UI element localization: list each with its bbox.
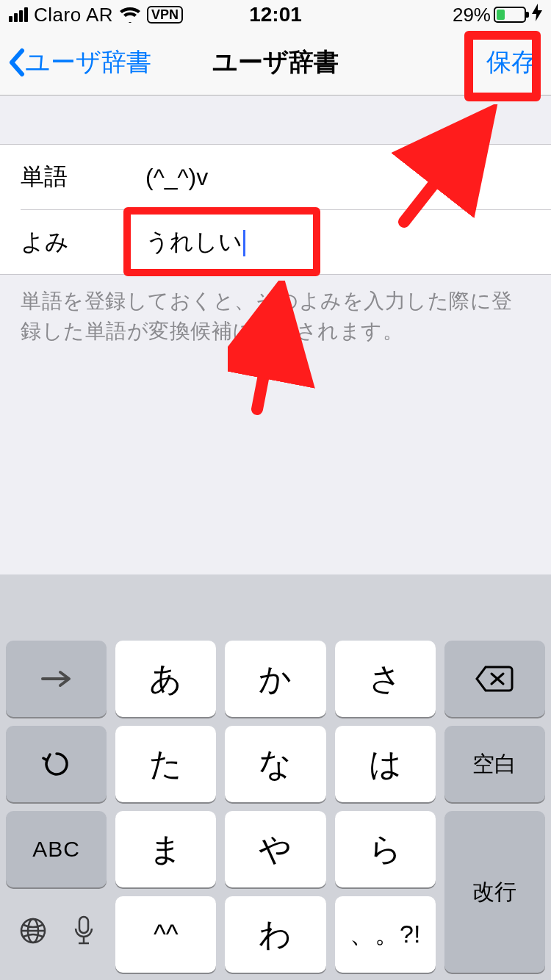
key-sa[interactable]: さ bbox=[335, 641, 436, 717]
status-left: Claro AR VPN bbox=[9, 4, 183, 26]
key-ka[interactable]: か bbox=[225, 641, 325, 717]
key-globe-mic[interactable] bbox=[6, 896, 107, 973]
status-right: 29% bbox=[453, 4, 542, 26]
svg-rect-8 bbox=[79, 917, 88, 933]
key-ra[interactable]: ら bbox=[335, 811, 436, 887]
save-button[interactable]: 保存 bbox=[479, 43, 544, 82]
key-ma[interactable]: ま bbox=[115, 811, 216, 887]
nav-bar: ユーザ辞書 ユーザ辞書 保存 bbox=[0, 29, 551, 96]
battery-icon bbox=[494, 7, 526, 23]
battery-percent: 29% bbox=[453, 4, 491, 26]
key-wa[interactable]: わ bbox=[225, 896, 325, 973]
yomi-field[interactable]: うれしい bbox=[145, 226, 530, 259]
arrow-right-icon bbox=[40, 670, 73, 688]
key-delete[interactable] bbox=[444, 641, 545, 717]
key-a[interactable]: あ bbox=[115, 641, 216, 717]
vpn-badge: VPN bbox=[147, 6, 183, 24]
back-label: ユーザ辞書 bbox=[25, 46, 151, 79]
yomi-value: うれしい bbox=[145, 228, 242, 255]
wifi-icon bbox=[119, 7, 141, 23]
yomi-row[interactable]: よみ うれしい bbox=[21, 209, 551, 274]
key-return[interactable]: 改行 bbox=[444, 811, 545, 973]
key-next-candidate[interactable] bbox=[6, 641, 107, 717]
form-footer-note: 単語を登録しておくと、そのよみを入力した際に登録した単語が変換候補に表示されます… bbox=[0, 275, 551, 358]
key-ha[interactable]: は bbox=[335, 726, 436, 802]
word-label: 単語 bbox=[21, 161, 145, 193]
status-bar: Claro AR VPN 12:01 29% bbox=[0, 0, 551, 29]
cellular-signal-icon bbox=[9, 7, 28, 22]
key-kaomoji[interactable]: ^^ bbox=[115, 896, 216, 973]
charging-icon bbox=[532, 4, 542, 26]
key-na[interactable]: な bbox=[225, 726, 325, 802]
key-ta[interactable]: た bbox=[115, 726, 216, 802]
word-field[interactable]: (^_^)v bbox=[145, 164, 530, 191]
key-undo[interactable] bbox=[6, 726, 107, 802]
back-button[interactable]: ユーザ辞書 bbox=[7, 46, 151, 79]
key-space[interactable]: 空白 bbox=[444, 726, 545, 802]
dictionary-form: 単語 (^_^)v よみ うれしい bbox=[0, 144, 551, 275]
carrier-label: Claro AR bbox=[34, 4, 113, 26]
mic-icon[interactable] bbox=[73, 915, 95, 954]
key-abc[interactable]: ABC bbox=[6, 811, 107, 887]
text-caret bbox=[243, 230, 245, 256]
delete-icon bbox=[475, 666, 514, 692]
undo-icon bbox=[42, 749, 71, 779]
word-row[interactable]: 単語 (^_^)v bbox=[0, 145, 551, 209]
chevron-left-icon bbox=[7, 48, 26, 77]
globe-icon[interactable] bbox=[18, 916, 48, 953]
yomi-label: よみ bbox=[21, 226, 145, 259]
keyboard: あ か さ た な は 空白 ABC ま や ら 改行 bbox=[0, 574, 551, 980]
key-punct[interactable]: 、。?! bbox=[335, 896, 436, 973]
key-ya[interactable]: や bbox=[225, 811, 325, 887]
